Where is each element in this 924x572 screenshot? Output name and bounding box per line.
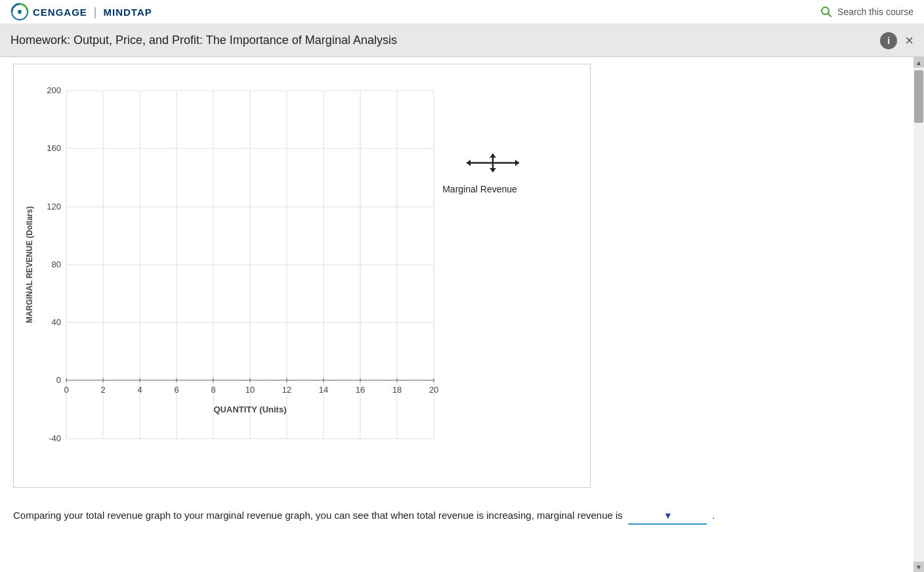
answer-dropdown[interactable]: ▼ bbox=[628, 508, 707, 525]
svg-point-1 bbox=[18, 10, 22, 14]
content-area: 0 2 4 6 8 10 12 14 16 18 20 200 160 120 … bbox=[0, 57, 924, 572]
dropdown-arrow-icon: ▼ bbox=[663, 508, 673, 523]
svg-text:2: 2 bbox=[100, 385, 105, 395]
legend-label: Marginal Revenue bbox=[442, 184, 517, 194]
drag-handle[interactable] bbox=[467, 154, 519, 172]
search-area[interactable]: Search this course bbox=[820, 6, 914, 18]
close-button[interactable]: × bbox=[905, 33, 914, 48]
svg-text:120: 120 bbox=[47, 202, 61, 211]
mindtap-label: MINDTAP bbox=[104, 7, 152, 18]
period: . bbox=[712, 510, 715, 521]
svg-text:0: 0 bbox=[56, 375, 61, 385]
svg-text:20: 20 bbox=[429, 385, 438, 395]
cengage-logo-icon bbox=[10, 3, 29, 21]
search-label[interactable]: Search this course bbox=[837, 7, 914, 17]
svg-text:16: 16 bbox=[356, 385, 365, 395]
chart-svg[interactable]: 0 2 4 6 8 10 12 14 16 18 20 200 160 120 … bbox=[20, 71, 578, 478]
scroll-up-button[interactable]: ▲ bbox=[914, 57, 924, 68]
svg-marker-56 bbox=[490, 168, 496, 172]
title-bar: Homework: Output, Price, and Profit: The… bbox=[0, 24, 924, 57]
svg-marker-58 bbox=[515, 160, 519, 166]
search-icon bbox=[820, 6, 832, 18]
cengage-label: CENGAGE bbox=[33, 7, 87, 18]
svg-text:6: 6 bbox=[174, 385, 178, 395]
svg-line-3 bbox=[828, 14, 831, 17]
logo-area: CENGAGE | MINDTAP bbox=[10, 3, 152, 21]
svg-text:10: 10 bbox=[245, 385, 255, 395]
dropdown-value bbox=[628, 508, 661, 523]
svg-text:12: 12 bbox=[282, 385, 291, 395]
svg-text:200: 200 bbox=[47, 85, 61, 95]
svg-text:40: 40 bbox=[52, 317, 61, 327]
scroll-down-button[interactable]: ▼ bbox=[914, 561, 924, 572]
header: CENGAGE | MINDTAP Search this course bbox=[0, 0, 924, 24]
svg-text:14: 14 bbox=[319, 385, 328, 395]
bottom-text-area: Comparing your total revenue graph to yo… bbox=[13, 495, 911, 531]
svg-text:QUANTITY (Units): QUANTITY (Units) bbox=[214, 405, 287, 414]
scroll-thumb[interactable] bbox=[914, 70, 923, 123]
main-content: ▲ ▼ bbox=[0, 57, 924, 572]
chart-container: 0 2 4 6 8 10 12 14 16 18 20 200 160 120 … bbox=[13, 64, 591, 488]
svg-text:8: 8 bbox=[211, 385, 215, 395]
svg-text:18: 18 bbox=[392, 385, 402, 395]
logo-divider: | bbox=[94, 5, 97, 19]
bottom-sentence: Comparing your total revenue graph to yo… bbox=[13, 510, 623, 521]
info-button[interactable]: i bbox=[880, 32, 897, 49]
page-title: Homework: Output, Price, and Profit: The… bbox=[10, 33, 397, 47]
svg-text:MARGINAL REVENUE (Dollars): MARGINAL REVENUE (Dollars) bbox=[25, 206, 34, 323]
svg-text:160: 160 bbox=[47, 143, 61, 153]
svg-text:4: 4 bbox=[137, 385, 142, 395]
scrollbar-track: ▲ ▼ bbox=[914, 57, 924, 572]
svg-marker-55 bbox=[490, 154, 496, 158]
svg-marker-57 bbox=[467, 160, 471, 166]
title-actions: i × bbox=[880, 32, 914, 49]
chart-wrapper: 0 2 4 6 8 10 12 14 16 18 20 200 160 120 … bbox=[20, 71, 583, 481]
svg-text:0: 0 bbox=[64, 385, 68, 395]
svg-text:-40: -40 bbox=[49, 433, 61, 443]
svg-text:80: 80 bbox=[52, 259, 61, 269]
